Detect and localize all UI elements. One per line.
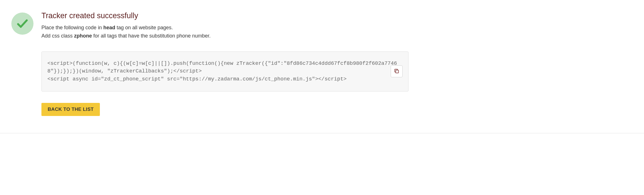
instruction-line1-before: Place the following code in: [41, 25, 103, 30]
success-check-icon: [11, 13, 33, 35]
page-title: Tracker created successfully: [41, 11, 409, 20]
divider: [0, 133, 644, 133]
instruction-line1-after: tag on all website pages.: [115, 25, 173, 30]
instruction-line2-bold: zphone: [74, 33, 92, 39]
instruction-line2-after: for all tags that have the substitution …: [92, 33, 211, 39]
instructions-text: Place the following code in head tag on …: [41, 24, 409, 40]
code-snippet-box: <script>(function(w, c){(w[c]=w[c]||[]).…: [41, 51, 409, 92]
svg-rect-0: [396, 70, 399, 73]
instruction-line1-bold: head: [103, 25, 115, 30]
copy-icon: [394, 68, 399, 75]
code-snippet-text: <script>(function(w, c){(w[c]=w[c]||[]).…: [47, 60, 403, 83]
instruction-line2-before: Add css class: [41, 33, 74, 39]
copy-code-button[interactable]: [391, 65, 403, 77]
back-to-list-button[interactable]: BACK TO THE LIST: [41, 103, 100, 116]
